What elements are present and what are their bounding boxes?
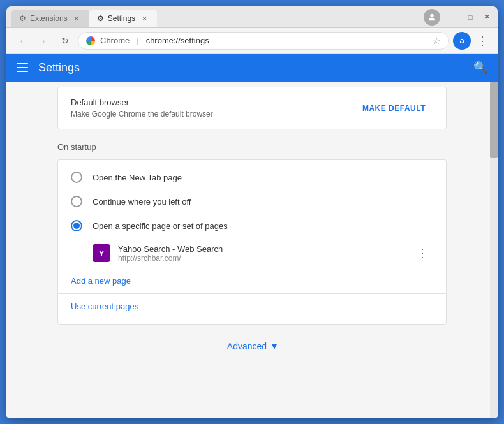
settings-tab-close[interactable]: ✕: [139, 13, 149, 24]
back-button[interactable]: ‹: [13, 32, 31, 50]
refresh-button[interactable]: ↻: [56, 32, 74, 50]
scrollbar-track[interactable]: [490, 82, 498, 418]
user-profile-button[interactable]: a: [453, 32, 471, 50]
settings-content: PC Default browser Make Google Chrome th…: [6, 82, 498, 418]
browser-window: ⚙ Extensions ✕ ⚙ Settings ✕ — □ ✕ ‹ › ↻: [6, 6, 498, 418]
use-current-pages-link[interactable]: Use current pages: [58, 294, 446, 319]
settings-header: Settings 🔍: [6, 54, 498, 82]
add-new-page-link[interactable]: Add a new page: [58, 268, 446, 293]
radio-option-specific-page[interactable]: Open a specific page or set of pages: [58, 214, 446, 238]
advanced-section: Advanced ▾: [6, 340, 498, 352]
on-startup-section: On startup Open the New Tab page Continu…: [57, 142, 447, 325]
svg-point-0: [430, 13, 433, 17]
profile-icon[interactable]: [424, 9, 440, 26]
radio-specific-page-label: Open a specific page or set of pages: [93, 221, 228, 231]
advanced-arrow-icon[interactable]: ▾: [272, 340, 277, 352]
hamburger-menu[interactable]: [17, 63, 28, 72]
radio-option-new-tab[interactable]: Open the New Tab page: [58, 165, 446, 189]
address-bar[interactable]: Chrome | chrome://settings ☆: [78, 32, 449, 50]
extensions-tab-label: Extensions: [30, 14, 68, 23]
window-controls: — □ ✕: [424, 9, 493, 26]
title-bar: ⚙ Extensions ✕ ⚙ Settings ✕ — □ ✕: [6, 6, 498, 28]
content-area: Settings 🔍 PC Default browser Make Googl…: [6, 54, 498, 418]
startup-page-title: Yahoo Search - Web Search: [118, 244, 404, 254]
hamburger-line-2: [17, 67, 28, 68]
startup-page-url: http://srchbar.com/: [118, 254, 404, 263]
nav-right-controls: a ⋮: [453, 32, 491, 50]
scrollbar-thumb[interactable]: [490, 82, 498, 158]
tabs-area: ⚙ Extensions ✕ ⚙ Settings ✕: [11, 6, 419, 27]
radio-continue-label: Continue where you left off: [93, 197, 191, 207]
maximize-button[interactable]: □: [464, 11, 476, 23]
startup-options-card: Open the New Tab page Continue where you…: [57, 159, 447, 325]
default-browser-card: Default browser Make Google Chrome the d…: [57, 87, 447, 129]
extensions-tab-icon: ⚙: [19, 14, 26, 23]
radio-new-tab-circle: [71, 172, 82, 183]
address-prefix: Chrome: [100, 36, 130, 45]
startup-page-info: Yahoo Search - Web Search http://srchbar…: [118, 244, 404, 263]
radio-continue-circle: [71, 196, 82, 207]
default-browser-description: Make Google Chrome the default browser: [71, 110, 213, 119]
settings-search-icon[interactable]: 🔍: [473, 61, 487, 75]
make-default-button[interactable]: MAKE DEFAULT: [355, 99, 433, 118]
radio-new-tab-label: Open the New Tab page: [93, 173, 182, 182]
menu-button[interactable]: ⋮: [473, 32, 491, 50]
minimize-button[interactable]: —: [448, 11, 459, 23]
on-startup-label: On startup: [57, 142, 447, 152]
forward-button[interactable]: ›: [34, 32, 52, 50]
bookmark-star-icon[interactable]: ☆: [433, 36, 441, 46]
nav-bar: ‹ › ↻ Chrome | chrome://settings ☆ a ⋮: [6, 28, 498, 54]
address-url[interactable]: chrome://settings: [146, 36, 209, 45]
startup-page-item: Y Yahoo Search - Web Search http://srchb…: [58, 238, 446, 268]
address-separator: |: [136, 36, 138, 45]
settings-tab-icon: ⚙: [97, 14, 104, 23]
settings-page-title: Settings: [38, 61, 463, 75]
settings-tab-label: Settings: [108, 14, 135, 23]
close-button[interactable]: ✕: [481, 11, 493, 23]
advanced-label[interactable]: Advanced: [227, 341, 267, 351]
default-browser-heading: Default browser: [71, 98, 213, 107]
chrome-logo-icon: [86, 36, 95, 45]
startup-page-menu-icon[interactable]: ⋮: [411, 244, 433, 263]
radio-specific-page-circle: [71, 220, 82, 231]
hamburger-line-3: [17, 71, 28, 72]
extensions-tab-close[interactable]: ✕: [71, 13, 82, 24]
tab-settings[interactable]: ⚙ Settings ✕: [89, 10, 157, 27]
default-browser-text: Default browser Make Google Chrome the d…: [71, 98, 213, 119]
yahoo-favicon-icon: Y: [93, 244, 110, 262]
hamburger-line-1: [17, 63, 28, 64]
tab-extensions[interactable]: ⚙ Extensions ✕: [11, 10, 89, 27]
radio-option-continue[interactable]: Continue where you left off: [58, 189, 446, 214]
